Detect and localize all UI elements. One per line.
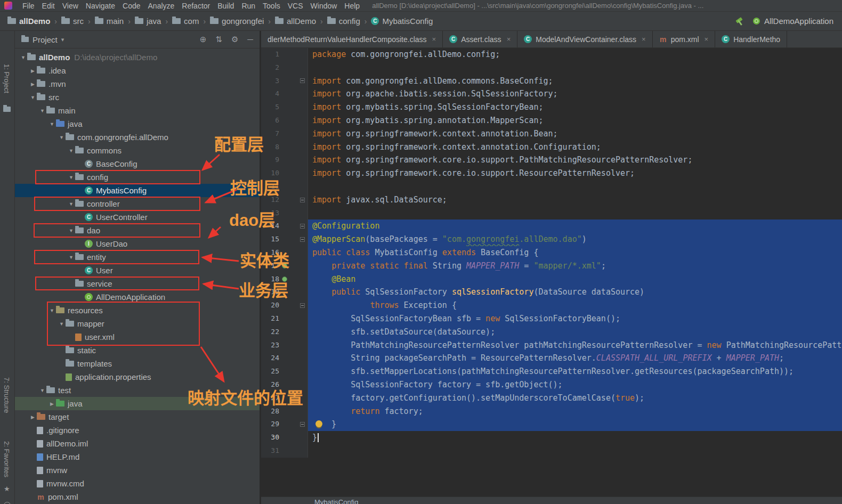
code-line-27[interactable]: 27 factory.getConfiguration().setMapUnde… <box>261 392 842 405</box>
tree-item-help.md[interactable]: HELP.md <box>15 450 260 464</box>
line-number[interactable]: 27 <box>261 392 279 405</box>
expand-arrow-icon[interactable]: ▼ <box>48 308 56 313</box>
code-line-20[interactable]: 20 throws Exception { <box>261 299 842 312</box>
menu-item-view[interactable]: View <box>59 1 82 11</box>
gutter[interactable] <box>279 220 308 233</box>
tree-item-alldemoapplication[interactable]: AllDemoApplication <box>15 290 260 304</box>
menu-item-run[interactable]: Run <box>238 1 259 11</box>
code-line-10[interactable]: 10import org.springframework.core.io.sup… <box>261 167 842 180</box>
gutter[interactable] <box>279 339 308 352</box>
gutter[interactable] <box>279 233 308 246</box>
line-number[interactable]: 24 <box>261 352 279 365</box>
settings-icon[interactable]: ⚙ <box>231 35 238 44</box>
code-line-29[interactable]: 29 } <box>261 418 842 431</box>
tree-item-user.xml[interactable]: user.xml <box>15 330 260 344</box>
line-number[interactable]: 26 <box>261 378 279 392</box>
tree-item-.mvn[interactable]: ▶.mvn <box>15 77 260 91</box>
tree-item-usercontroller[interactable]: CUserController <box>15 210 260 224</box>
tree-item-service[interactable]: service <box>15 277 260 290</box>
code-line-3[interactable]: 3import com.gongrongfei.allDemo.commons.… <box>261 75 842 88</box>
gutter[interactable] <box>279 352 308 365</box>
line-number[interactable]: 6 <box>261 114 279 127</box>
gutter[interactable] <box>279 48 308 61</box>
code-line-24[interactable]: 24 String packageSearchPath = ResourcePa… <box>261 352 842 365</box>
line-number[interactable]: 18 <box>261 273 279 286</box>
line-number[interactable]: 11 <box>261 180 279 193</box>
editor-tab-handlermetho[interactable]: CHandlerMetho <box>715 31 787 47</box>
expand-arrow-icon[interactable]: ▼ <box>29 95 37 100</box>
code-line-22[interactable]: 22 sfb.setDataSource(dataSource); <box>261 326 842 339</box>
expand-arrow-icon[interactable]: ▶ <box>29 68 37 74</box>
tree-item-user[interactable]: CUser <box>15 264 260 277</box>
line-number[interactable]: 10 <box>261 167 279 180</box>
code-line-12[interactable]: 12import javax.sql.DataSource; <box>261 193 842 207</box>
menu-item-vcs[interactable]: VCS <box>284 1 307 11</box>
gutter[interactable] <box>279 418 308 431</box>
tool-button-structure[interactable]: 7: Structure <box>3 377 11 413</box>
expand-arrow-icon[interactable]: ▼ <box>67 148 75 153</box>
gutter[interactable] <box>279 378 308 392</box>
expand-arrow-icon[interactable]: ▼ <box>58 135 66 140</box>
code-line-13[interactable]: 13 <box>261 207 842 220</box>
line-number[interactable]: 30 <box>261 431 279 444</box>
gutter[interactable] <box>279 392 308 405</box>
expand-arrow-icon[interactable]: ▶ <box>48 401 56 407</box>
menu-item-refactor[interactable]: Refactor <box>178 1 214 11</box>
code-line-14[interactable]: 14@Configuration <box>261 220 842 233</box>
code-editor[interactable]: 1package com.gongrongfei.allDemo.config;… <box>261 48 842 497</box>
tree-item-mapper[interactable]: ▼mapper <box>15 317 260 330</box>
editor-tab-dlermethodreturnvaluehandlercomposite-class[interactable]: dlerMethodReturnValueHandlerComposite.cl… <box>261 31 443 47</box>
expand-arrow-icon[interactable]: ▼ <box>38 388 46 393</box>
code-line-30[interactable]: 30} <box>261 431 842 444</box>
close-icon[interactable]: × <box>642 35 646 43</box>
line-number[interactable]: 8 <box>261 141 279 154</box>
tree-item-mybatisconfig[interactable]: CMybatisConfig <box>15 184 260 197</box>
breadcrumb-item-alldemo[interactable]: allDemo <box>274 15 317 27</box>
code-line-15[interactable]: 15@MapperScan(basePackages = "com.gongro… <box>261 233 842 246</box>
code-line-4[interactable]: 4import org.apache.ibatis.session.SqlSes… <box>261 87 842 101</box>
line-number[interactable]: 28 <box>261 405 279 418</box>
close-icon[interactable]: × <box>705 35 709 43</box>
tree-item-target[interactable]: ▶target <box>15 410 260 424</box>
menu-item-build[interactable]: Build <box>214 1 238 11</box>
expand-arrow-icon[interactable]: ▼ <box>58 321 66 327</box>
line-number[interactable]: 4 <box>261 87 279 101</box>
code-line-21[interactable]: 21 SqlSessionFactoryBean sfb = new SqlSe… <box>261 312 842 326</box>
gutter[interactable] <box>279 365 308 378</box>
gutter[interactable] <box>279 114 308 127</box>
locate-icon[interactable]: ⊕ <box>200 35 207 44</box>
gutter[interactable] <box>279 180 308 193</box>
editor-tab-modelandviewcontainer-class[interactable]: CModelAndViewContainer.class× <box>517 31 652 47</box>
line-number[interactable]: 16 <box>261 246 279 259</box>
gutter[interactable] <box>279 193 308 207</box>
tree-item-alldemo[interactable]: ▼allDemoD:\idea\project\allDemo <box>15 51 260 64</box>
breadcrumb-item-java[interactable]: java <box>134 15 163 27</box>
code-line-9[interactable]: 9import org.springframework.core.io.supp… <box>261 153 842 167</box>
code-line-5[interactable]: 5import org.mybatis.spring.SqlSessionFac… <box>261 101 842 114</box>
expand-arrow-icon[interactable]: ▶ <box>29 414 37 420</box>
line-number[interactable]: 13 <box>261 207 279 220</box>
code-line-19[interactable]: 19 public SqlSessionFactory sqlSessionFa… <box>261 286 842 299</box>
tree-item-pom.xml[interactable]: mpom.xml <box>15 490 260 503</box>
gutter[interactable] <box>279 259 308 273</box>
code-line-31[interactable]: 31 <box>261 444 842 458</box>
run-config-selector[interactable]: AllDemoApplication <box>753 17 833 26</box>
code-line-18[interactable]: 18 @Bean <box>261 273 842 286</box>
line-number[interactable]: 1 <box>261 48 279 61</box>
menu-item-file[interactable]: File <box>19 1 38 11</box>
gutter[interactable] <box>279 75 308 88</box>
breadcrumb-item-src[interactable]: src <box>60 15 85 27</box>
fold-icon[interactable] <box>300 303 305 308</box>
fold-icon[interactable] <box>300 237 305 242</box>
breadcrumb-item-alldemo[interactable]: allDemo <box>6 15 51 27</box>
code-line-11[interactable]: 11 <box>261 180 842 193</box>
tree-item-main[interactable]: ▼main <box>15 104 260 117</box>
code-line-16[interactable]: 16public class MybatisConfig extends Bas… <box>261 246 842 259</box>
breadcrumb-item-mybatisconfig[interactable]: CMybatisConfig <box>370 15 434 27</box>
tree-item-config[interactable]: ▼config <box>15 170 260 184</box>
code-line-26[interactable]: 26 SqlSessionFactory factory = sfb.getOb… <box>261 378 842 392</box>
line-number[interactable]: 19 <box>261 286 279 299</box>
gutter[interactable] <box>279 405 308 418</box>
gutter[interactable] <box>279 312 308 326</box>
code-line-6[interactable]: 6import org.mybatis.spring.annotation.Ma… <box>261 114 842 127</box>
